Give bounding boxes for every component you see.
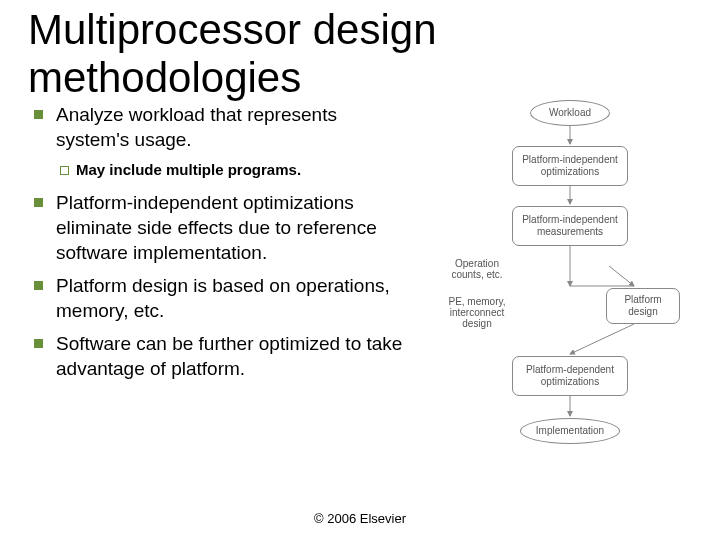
bullet-item: Platform-independent optimizations elimi… (28, 190, 408, 265)
flow-node-platform-design: Platform design (606, 288, 680, 324)
flow-node-workload: Workload (530, 100, 610, 126)
sub-bullet-item: May include multiple programs. (28, 160, 408, 180)
flow-node-pi-meas: Platform-independent measurements (512, 206, 628, 246)
flowchart-diagram: Workload Platform-independent optimizati… (434, 100, 706, 480)
bullet-item: Software can be further optimized to tak… (28, 331, 408, 381)
slide-title: Multiprocessor design methodologies (28, 6, 720, 102)
flow-label-pe: PE, memory, interconnect design (442, 296, 512, 329)
flow-node-pd-opt: Platform-dependent optimizations (512, 356, 628, 396)
svg-line-3 (609, 266, 634, 286)
svg-line-5 (570, 324, 634, 354)
bullet-list: Analyze workload that represents system'… (28, 102, 408, 389)
bullet-item: Platform design is based on operations, … (28, 273, 408, 323)
copyright-footer: © 2006 Elsevier (0, 511, 720, 526)
flow-node-impl: Implementation (520, 418, 620, 444)
flow-node-pi-opt: Platform-independent optimizations (512, 146, 628, 186)
bullet-item: Analyze workload that represents system'… (28, 102, 408, 152)
flow-label-counts: Operation counts, etc. (442, 258, 512, 280)
